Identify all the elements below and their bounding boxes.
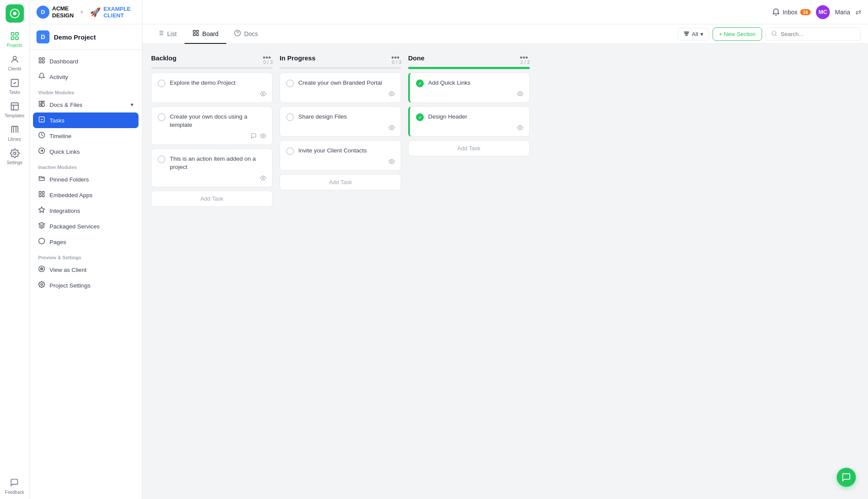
column-header: In Progress •••	[280, 53, 401, 67]
library-label: Library	[8, 137, 21, 142]
task-checkbox[interactable]: ✓	[416, 113, 424, 121]
search-bar[interactable]	[766, 27, 861, 41]
sidebar-item-dashboard[interactable]: Dashboard	[33, 53, 139, 69]
eye-icon[interactable]	[260, 91, 266, 98]
task-checkbox[interactable]	[286, 113, 294, 121]
svg-rect-4	[11, 37, 13, 40]
task-card[interactable]: Invite your Client Contacts	[280, 140, 401, 171]
sidebar-item-templates[interactable]: Templates	[3, 99, 27, 121]
task-checkbox[interactable]	[158, 113, 165, 121]
svg-rect-8	[11, 103, 18, 110]
chat-fab-button[interactable]	[837, 468, 856, 487]
task-card[interactable]: ✓ Add Quick Links	[408, 73, 530, 103]
sidebar-item-settings[interactable]: Settings	[3, 146, 27, 168]
task-card[interactable]: Share design Files	[280, 106, 401, 137]
column-backlog: Backlog ••• 0 / 3 Explore the demo Proje…	[151, 53, 273, 490]
svg-rect-43	[684, 32, 689, 32]
svg-rect-16	[42, 103, 44, 106]
sidebar-item-packaged-services[interactable]: Packaged Services	[33, 218, 139, 234]
sidebar-item-quick-links[interactable]: Quick Links	[33, 144, 139, 159]
task-checkbox[interactable]	[286, 147, 294, 155]
svg-rect-10	[39, 58, 41, 60]
eye-icon[interactable]	[260, 175, 266, 182]
sidebar-item-activity[interactable]: Activity	[33, 69, 139, 85]
sidebar-item-integrations[interactable]: Integrations	[33, 203, 139, 218]
progress-bar: 0 / 3	[280, 67, 401, 69]
eye-icon[interactable]	[389, 159, 395, 166]
filter-chevron: ▾	[700, 31, 703, 37]
sidebar-item-pinned-folders[interactable]: Pinned Folders	[33, 172, 139, 187]
add-task-button[interactable]: Add Task	[151, 191, 273, 207]
sidebar-item-tasks[interactable]: Tasks	[3, 76, 27, 97]
sidebar-item-pages[interactable]: Pages	[33, 234, 139, 250]
svg-rect-38	[196, 30, 198, 33]
column-done: Done ••• 2 / 2 ✓ Add Quick Links	[408, 53, 530, 490]
sidebar-item-projects[interactable]: Projects	[3, 29, 27, 50]
example-logo: 🚀 EXAMPLE CLIENT	[90, 6, 131, 19]
eye-icon[interactable]	[389, 91, 395, 98]
task-text: Explore the demo Project	[170, 79, 266, 87]
task-card[interactable]: This is an action item added on a projec…	[151, 149, 273, 187]
settings-icon	[10, 149, 20, 159]
sidebar-item-library[interactable]: Library	[3, 122, 27, 144]
tab-board[interactable]: Board	[185, 24, 226, 44]
sidebar-item-timeline[interactable]: Timeline	[33, 128, 139, 144]
task-checkbox[interactable]	[158, 155, 165, 163]
sidebar-project-header[interactable]: D Demo Project	[30, 24, 142, 50]
tab-list[interactable]: List	[149, 24, 185, 44]
sidebar-item-clients[interactable]: Clients	[3, 52, 27, 74]
task-card[interactable]: Create your own docs using a template	[151, 106, 273, 145]
column-in-progress: In Progress ••• 0 / 3 Create your own Br…	[280, 53, 401, 490]
add-task-button[interactable]: Add Task	[408, 140, 530, 156]
task-card[interactable]: Explore the demo Project	[151, 73, 273, 103]
board: Backlog ••• 0 / 3 Explore the demo Proje…	[142, 44, 868, 499]
task-checkbox[interactable]	[158, 79, 165, 87]
sidebar-item-view-as-client[interactable]: View as Client	[33, 262, 139, 278]
dashboard-icon	[38, 57, 45, 66]
svg-rect-37	[193, 30, 195, 33]
svg-point-30	[41, 284, 43, 285]
new-section-button[interactable]: + New Section	[713, 27, 762, 41]
tasks-nav-label: Tasks	[9, 90, 20, 95]
all-filter-button[interactable]: All ▾	[678, 28, 709, 40]
comment-icon[interactable]	[251, 133, 257, 140]
svg-rect-44	[685, 33, 688, 34]
feedback-label: Feedback	[5, 490, 24, 495]
board-tab-label: Board	[202, 30, 218, 37]
app-logo[interactable]	[6, 4, 24, 23]
add-task-button[interactable]: Add Task	[280, 174, 401, 190]
sidebar-item-embedded-apps[interactable]: Embedded Apps	[33, 187, 139, 203]
eye-icon[interactable]	[517, 91, 523, 98]
column-title: In Progress	[280, 54, 316, 62]
topbar: Inbox 16 MC Maria ⇄	[142, 0, 868, 24]
search-input[interactable]	[781, 31, 855, 37]
eye-icon[interactable]	[260, 133, 266, 140]
task-card[interactable]: Create your own Branded Portal	[280, 73, 401, 103]
svg-point-52	[391, 161, 393, 162]
feedback-button[interactable]: Feedback	[5, 478, 24, 495]
svg-rect-17	[39, 105, 41, 106]
inbox-button[interactable]: Inbox 16	[772, 8, 811, 16]
eye-icon[interactable]	[517, 125, 523, 132]
svg-point-29	[41, 268, 42, 269]
sidebar-main-nav: Dashboard Activity Visible Modules Docs …	[30, 50, 142, 297]
visible-modules-label: Visible Modules	[33, 85, 139, 97]
project-settings-label: Project Settings	[50, 282, 91, 289]
expand-icon[interactable]: ⇄	[855, 8, 861, 16]
svg-rect-14	[39, 101, 41, 103]
sidebar-item-project-settings[interactable]: Project Settings	[33, 278, 139, 293]
tab-docs[interactable]: Docs	[226, 24, 266, 44]
user-avatar[interactable]: MC	[816, 5, 830, 19]
embedded-apps-icon	[38, 191, 45, 199]
project-settings-icon	[38, 281, 45, 290]
svg-marker-25	[39, 207, 44, 212]
acme-icon: D	[36, 6, 50, 19]
templates-label: Templates	[5, 113, 25, 118]
task-checkbox[interactable]	[286, 79, 294, 87]
task-checkbox[interactable]: ✓	[416, 79, 424, 87]
sidebar-item-docs-files[interactable]: Docs & Files ▾	[33, 97, 139, 112]
eye-icon[interactable]	[389, 125, 395, 132]
task-card[interactable]: ✓ Design Header	[408, 106, 530, 137]
sidebar-item-tasks-module[interactable]: Tasks	[33, 112, 139, 128]
timeline-label: Timeline	[50, 133, 72, 139]
